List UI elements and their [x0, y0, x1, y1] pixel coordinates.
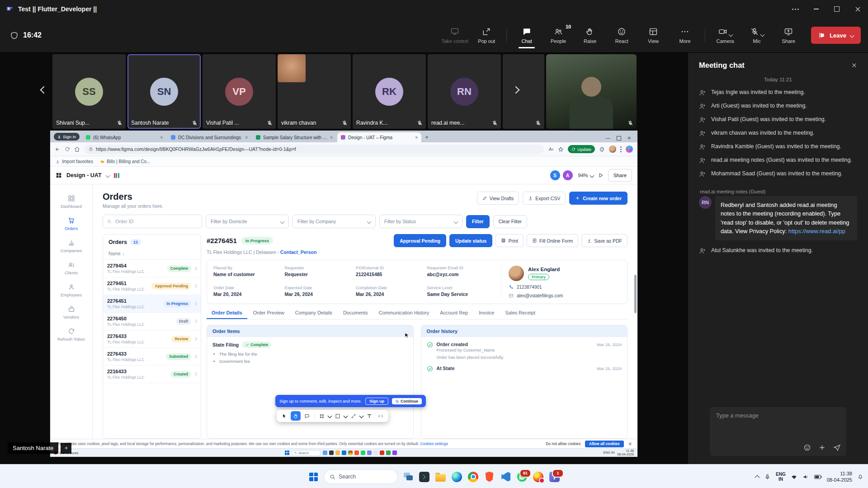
- app-icon[interactable]: [392, 450, 397, 455]
- sidebar-item-vendors[interactable]: Vendors: [53, 301, 90, 324]
- order-row[interactable]: 2279451 TL Flex Holdings LLC Approval Pe…: [103, 277, 201, 295]
- emoji-icon[interactable]: [803, 444, 811, 451]
- url-field[interactable]: https://www.figma.com/design/9BKQ0FOHRWa…: [84, 145, 544, 154]
- chrome-profile-icon[interactable]: [532, 471, 544, 483]
- browser-maximize-button[interactable]: [617, 136, 621, 141]
- filter-button[interactable]: Filter: [466, 215, 490, 228]
- brave-icon[interactable]: [483, 471, 495, 483]
- app-icon[interactable]: [367, 450, 372, 455]
- order-row[interactable]: 2216433 TL Flex Holdings LLC Created: [103, 366, 201, 383]
- start-button[interactable]: [307, 471, 320, 483]
- detail-tab[interactable]: Documents: [338, 310, 373, 319]
- detail-tab[interactable]: Invoice: [474, 310, 499, 319]
- sidebar-item-employees[interactable]: Employees: [53, 279, 90, 301]
- attach-plus-icon[interactable]: [818, 444, 826, 451]
- edge-icon[interactable]: [451, 471, 463, 483]
- wifi-icon[interactable]: [791, 474, 797, 480]
- share-button[interactable]: Share: [773, 22, 804, 48]
- tab-close-icon[interactable]: ×: [245, 135, 248, 140]
- app-icon[interactable]: [373, 450, 378, 455]
- app-icon[interactable]: [380, 450, 384, 455]
- view-button[interactable]: View: [638, 22, 669, 48]
- view-drafts-button[interactable]: View Drafts: [477, 192, 519, 205]
- refresh-icon[interactable]: [65, 146, 70, 152]
- titlebar-more-button[interactable]: [785, 0, 806, 18]
- google-continue-button[interactable]: G Continue: [392, 398, 422, 404]
- favorite-star-icon[interactable]: [558, 146, 564, 152]
- detail-tab[interactable]: Order Details: [207, 310, 247, 319]
- extensions-icon[interactable]: [599, 146, 605, 152]
- participant-tile[interactable]: [503, 54, 544, 129]
- tray-mic-icon[interactable]: [764, 474, 771, 480]
- favorites-item[interactable]: Bills | Billing and Co...: [100, 159, 151, 164]
- app-icon[interactable]: [348, 450, 353, 455]
- tab-close-icon[interactable]: ×: [160, 135, 163, 140]
- column-header[interactable]: Name: [108, 251, 121, 256]
- hidden-icons-chevron[interactable]: [755, 475, 760, 480]
- battery-icon[interactable]: [814, 474, 822, 480]
- detail-tab[interactable]: Company Details: [290, 310, 337, 319]
- start-icon[interactable]: [285, 450, 289, 455]
- app-icon[interactable]: [323, 450, 327, 455]
- task-view-icon[interactable]: [402, 471, 414, 483]
- approval-pending-button[interactable]: Approval Pending: [394, 234, 446, 247]
- vscode-icon[interactable]: [500, 471, 512, 483]
- hand-tool-icon[interactable]: [291, 411, 301, 421]
- sidebar-item-clients[interactable]: Clients: [53, 257, 90, 279]
- app-icon[interactable]: [329, 450, 334, 455]
- order-search-field[interactable]: [103, 215, 202, 228]
- browser-tab[interactable]: DC Divisions and Surroundings×: [167, 132, 251, 142]
- order-row[interactable]: 2276433 TL Flex Holdings LLC Review: [103, 330, 201, 348]
- filter-dropdown[interactable]: Filter by Company: [292, 215, 376, 228]
- camera-dropdown-icon[interactable]: [728, 32, 733, 37]
- filter-dropdown[interactable]: Filter by Domicile: [206, 215, 289, 228]
- file-menu-dropdown-icon[interactable]: [105, 173, 110, 178]
- home-icon[interactable]: [74, 146, 80, 152]
- update-status-button[interactable]: Update status: [449, 234, 492, 247]
- detail-tab[interactable]: Order Preview: [248, 310, 289, 319]
- app-icon[interactable]: [335, 450, 340, 455]
- favorites-item[interactable]: Import favorites: [56, 159, 93, 164]
- collaborator-avatar[interactable]: A: [562, 169, 574, 181]
- chat-close-icon[interactable]: [851, 62, 857, 68]
- frame-tool-icon[interactable]: [317, 411, 327, 421]
- strip-next-button[interactable]: [510, 78, 522, 102]
- presenter-pin-button[interactable]: [61, 443, 71, 454]
- sort-icon[interactable]: ↓: [123, 251, 125, 256]
- order-row[interactable]: 2276450 TL Flex Holdings LLC Draft: [103, 313, 201, 330]
- raise-hand-button[interactable]: Raise: [575, 22, 605, 48]
- browser-more-icon[interactable]: [620, 146, 622, 152]
- participant-tile[interactable]: VP Vishal Patil ...: [203, 54, 276, 129]
- react-button[interactable]: React: [606, 22, 637, 48]
- chat-input-box[interactable]: [710, 407, 846, 456]
- figma-share-button[interactable]: Share: [608, 169, 632, 182]
- allow-cookies-button[interactable]: Allow all cookies: [585, 441, 624, 447]
- file-explorer-icon[interactable]: [434, 471, 447, 483]
- chrome-icon[interactable]: [467, 471, 479, 483]
- browser-minimize-button[interactable]: —: [606, 136, 610, 141]
- order-row[interactable]: 2276451 TL Flex Holdings LLC In Progress: [103, 295, 201, 313]
- chat-message-input[interactable]: [715, 412, 841, 419]
- page-scrollbar[interactable]: [634, 275, 637, 313]
- whatsapp-icon[interactable]: 81: [516, 471, 528, 483]
- back-icon[interactable]: [55, 146, 61, 152]
- shared-search-field[interactable]: Search: [292, 450, 321, 456]
- strip-previous-button[interactable]: [38, 78, 50, 102]
- zoom-control[interactable]: 94%: [578, 173, 594, 178]
- copilot-icon[interactable]: [626, 145, 633, 153]
- shape-tool-icon[interactable]: [333, 411, 343, 421]
- app-icon[interactable]: [342, 450, 346, 455]
- order-row[interactable]: 2279454 TL Flex Holdings LLC Complete: [103, 260, 201, 277]
- order-search-input[interactable]: [114, 218, 198, 225]
- browser-update-button[interactable]: Update: [568, 145, 595, 153]
- contact-email[interactable]: alex@vstatefilings.com: [509, 293, 621, 298]
- cookie-close-icon[interactable]: ✕: [628, 441, 632, 446]
- privacy-policy-link[interactable]: https://www.read.ai/pp: [788, 228, 845, 235]
- browser-tab[interactable]: (6) WhatsApp×: [82, 132, 166, 142]
- tab-close-icon[interactable]: ×: [415, 135, 418, 140]
- collaborator-avatar[interactable]: S: [549, 169, 561, 181]
- maximize-button[interactable]: [826, 0, 847, 18]
- connector-tool-icon[interactable]: [349, 411, 359, 421]
- participant-tile[interactable]: RN read.ai mee...: [428, 54, 501, 129]
- clear-filter-button[interactable]: Clear Filter: [493, 215, 527, 228]
